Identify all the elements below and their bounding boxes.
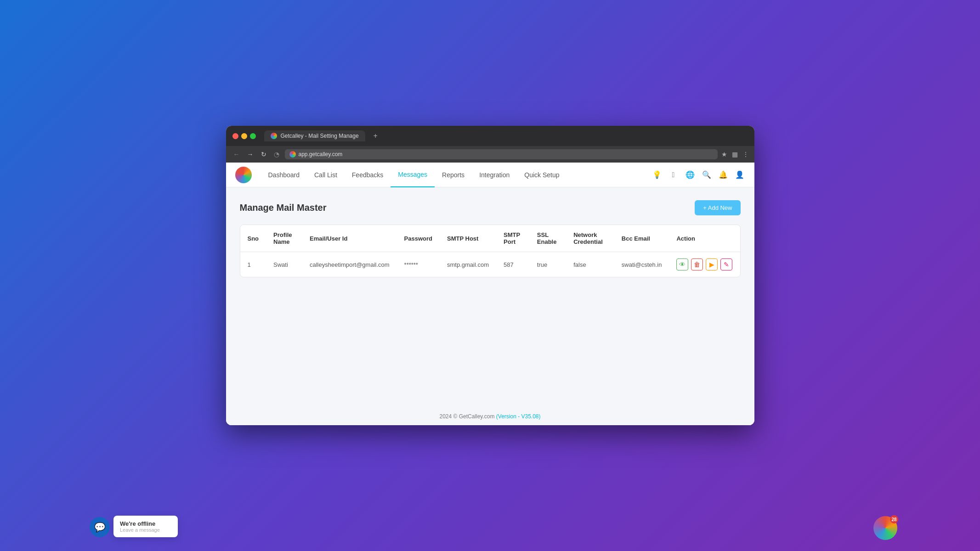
table-row: 1 Swati calleysheetimport@gmail.com ****… bbox=[240, 252, 740, 277]
traffic-lights bbox=[232, 133, 256, 139]
chat-widget: 💬 We're offline Leave a message bbox=[90, 516, 178, 537]
chat-popup: We're offline Leave a message bbox=[113, 516, 178, 537]
action-icons: 👁 🗑 ▶ ✎ bbox=[676, 259, 732, 270]
address-bar[interactable]: app.getcalley.com bbox=[285, 149, 718, 159]
cell-action: 👁 🗑 ▶ ✎ bbox=[669, 252, 740, 277]
badge-count: 28 bbox=[890, 515, 898, 523]
apple-icon[interactable]:  bbox=[668, 169, 679, 180]
col-sno: Sno bbox=[240, 225, 266, 252]
footer-version: (Version - V35.08) bbox=[496, 413, 541, 420]
nav-reports[interactable]: Reports bbox=[435, 163, 472, 187]
back-button[interactable]: ← bbox=[232, 150, 242, 159]
app-footer: 2024 © GetCalley.com (Version - V35.08) bbox=[226, 408, 754, 425]
address-favicon-icon bbox=[289, 151, 296, 157]
app-content: Dashboard Call List Feedbacks Messages R… bbox=[226, 163, 754, 425]
light-icon[interactable]: 💡 bbox=[651, 169, 663, 180]
browser-tab[interactable]: Getcalley - Mail Setting Manage bbox=[264, 130, 365, 141]
col-ssl-enable: SSL Enable bbox=[530, 225, 566, 252]
extensions-icon[interactable]: ▦ bbox=[732, 151, 738, 158]
col-profile-name: Profile Name bbox=[266, 225, 302, 252]
cell-network-credential: false bbox=[566, 252, 614, 277]
chat-bubble-button[interactable]: 💬 bbox=[90, 517, 110, 537]
chat-offline-text: We're offline bbox=[120, 520, 171, 527]
page-title: Manage Mail Master bbox=[240, 202, 327, 213]
run-button[interactable]: ▶ bbox=[706, 259, 718, 270]
chat-leave-message: Leave a message bbox=[120, 527, 171, 533]
cell-smtp-port: 587 bbox=[496, 252, 530, 277]
nav-feedbacks[interactable]: Feedbacks bbox=[345, 163, 391, 187]
col-smtp-host: SMTP Host bbox=[440, 225, 496, 252]
cell-password: ****** bbox=[397, 252, 440, 277]
address-text: app.getcalley.com bbox=[299, 151, 343, 157]
mail-master-table: Sno Profile Name Email/User Id Password … bbox=[240, 225, 740, 277]
col-password: Password bbox=[397, 225, 440, 252]
col-bcc-email: Bcc Email bbox=[614, 225, 669, 252]
reload-button[interactable]: ↻ bbox=[259, 150, 268, 159]
cell-smtp-host: smtp.gmail.com bbox=[440, 252, 496, 277]
nav-call-list[interactable]: Call List bbox=[307, 163, 345, 187]
nav-integration[interactable]: Integration bbox=[472, 163, 517, 187]
search-icon[interactable]: 🔍 bbox=[701, 169, 712, 180]
browser-toolbar: ← → ↻ ◔ app.getcalley.com ★ ▦ ⋮ bbox=[226, 146, 754, 163]
table-container: Sno Profile Name Email/User Id Password … bbox=[240, 225, 741, 277]
cell-email: calleysheetimport@gmail.com bbox=[302, 252, 397, 277]
add-new-button[interactable]: + Add New bbox=[695, 200, 740, 215]
tab-favicon-icon bbox=[271, 133, 277, 139]
forward-button[interactable]: → bbox=[245, 150, 255, 159]
cell-sno: 1 bbox=[240, 252, 266, 277]
nav-right-icons: 💡  🌐 🔍 🔔 👤 bbox=[651, 169, 745, 180]
app-nav: Dashboard Call List Feedbacks Messages R… bbox=[226, 163, 754, 187]
view-button[interactable]: 👁 bbox=[676, 259, 688, 270]
table-body: 1 Swati calleysheetimport@gmail.com ****… bbox=[240, 252, 740, 277]
globe-icon[interactable]: 🌐 bbox=[685, 169, 696, 180]
col-email: Email/User Id bbox=[302, 225, 397, 252]
menu-icon[interactable]: ⋮ bbox=[742, 151, 749, 158]
browser-titlebar: Getcalley - Mail Setting Manage + bbox=[226, 126, 754, 146]
minimize-button[interactable] bbox=[241, 133, 247, 139]
tab-title: Getcalley - Mail Setting Manage bbox=[281, 133, 359, 139]
toolbar-icons: ★ ▦ ⋮ bbox=[721, 151, 749, 158]
close-button[interactable] bbox=[232, 133, 238, 139]
nav-messages[interactable]: Messages bbox=[391, 163, 435, 187]
cell-profile-name: Swati bbox=[266, 252, 302, 277]
delete-button[interactable]: 🗑 bbox=[691, 259, 703, 270]
user-icon[interactable]: 👤 bbox=[734, 169, 745, 180]
home-button[interactable]: ◔ bbox=[272, 150, 281, 159]
nav-quick-setup[interactable]: Quick Setup bbox=[517, 163, 566, 187]
bell-icon[interactable]: 🔔 bbox=[718, 169, 729, 180]
page-content: Manage Mail Master + Add New Sno Profile… bbox=[226, 187, 754, 408]
col-smtp-port: SMTP Port bbox=[496, 225, 530, 252]
table-header: Sno Profile Name Email/User Id Password … bbox=[240, 225, 740, 252]
maximize-button[interactable] bbox=[250, 133, 256, 139]
page-header: Manage Mail Master + Add New bbox=[240, 200, 741, 215]
new-tab-button[interactable]: + bbox=[374, 132, 378, 140]
app-logo bbox=[235, 167, 252, 183]
edit-button[interactable]: ✎ bbox=[720, 259, 732, 270]
nav-dashboard[interactable]: Dashboard bbox=[261, 163, 307, 187]
nav-links: Dashboard Call List Feedbacks Messages R… bbox=[261, 163, 651, 187]
footer-copyright: 2024 © GetCalley.com bbox=[439, 413, 494, 420]
bookmark-star-icon[interactable]: ★ bbox=[721, 151, 727, 158]
col-network-credential: Network Credential bbox=[566, 225, 614, 252]
cell-ssl-enable: true bbox=[530, 252, 566, 277]
col-action: Action bbox=[669, 225, 740, 252]
bottom-right-badge-button[interactable]: 28 bbox=[873, 516, 897, 540]
cell-bcc-email: swati@csteh.in bbox=[614, 252, 669, 277]
